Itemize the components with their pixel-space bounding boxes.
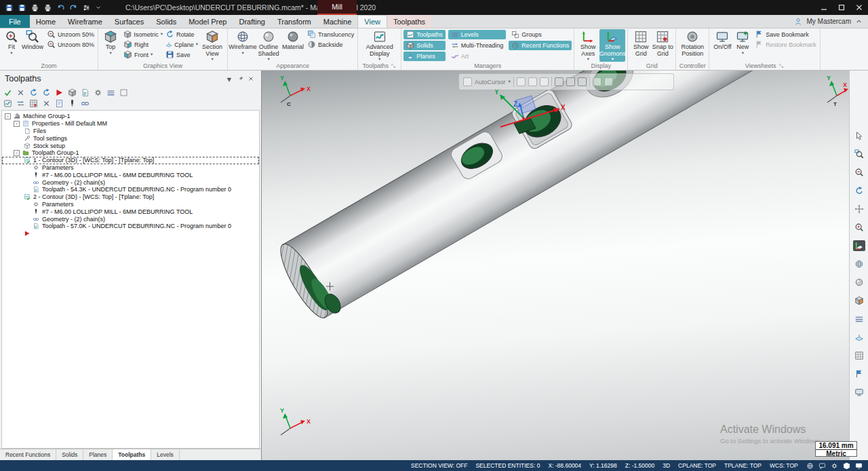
material-button[interactable]: Material — [281, 29, 304, 51]
print-preview-icon[interactable] — [43, 3, 52, 12]
panel-close-icon[interactable] — [245, 73, 256, 84]
customize-icon[interactable] — [82, 3, 91, 12]
select-none-icon[interactable] — [15, 88, 26, 97]
graphics-viewport[interactable]: Y Z X Y X C Y — [262, 71, 849, 460]
dialog-launcher-icon[interactable] — [391, 63, 397, 69]
manager-toggle-toolpaths[interactable]: Toolpaths — [403, 30, 446, 39]
globe-icon[interactable] — [806, 462, 814, 470]
autocursor-icon[interactable] — [463, 77, 472, 86]
show-grid-button[interactable]: Show Grid — [630, 29, 652, 57]
tab-solids[interactable]: Solids — [150, 15, 182, 28]
parameters-edit-icon[interactable] — [54, 98, 64, 108]
panel-tab-solids[interactable]: Solids — [56, 449, 83, 460]
tree-item[interactable]: #7 - M6.00 LOLLIPOP MILL - 6MM DEBURRING… — [2, 171, 259, 178]
bookmark-icon[interactable] — [853, 369, 865, 379]
overlay-tool-icon[interactable] — [517, 77, 526, 86]
status-item-x[interactable]: X: -88.60004 — [548, 462, 581, 469]
tree-expand-toggle[interactable]: - — [14, 121, 20, 127]
undo-icon[interactable] — [56, 3, 65, 12]
right-view-button[interactable]: Right — [122, 39, 164, 50]
toggle-rapid-icon[interactable] — [15, 98, 26, 108]
backplot-icon[interactable] — [54, 88, 64, 97]
manager-toggle-planes[interactable]: Planes — [403, 52, 446, 61]
sort-icon[interactable] — [105, 88, 116, 97]
tree-item[interactable]: Geometry - (2) chain(s) — [2, 178, 259, 186]
tree-item[interactable]: Stock setup — [2, 142, 259, 149]
cplane-button[interactable]: Cplane▾ — [164, 39, 199, 50]
overlay-tool-icon[interactable] — [604, 77, 613, 86]
panel-tab-recent-functions[interactable]: Recent Functions — [0, 449, 56, 460]
levels-panel-icon[interactable] — [853, 314, 865, 324]
cube-icon[interactable] — [843, 462, 850, 470]
panel-tab-planes[interactable]: Planes — [83, 449, 113, 460]
advanced-display-button[interactable]: Advanced Display▾ — [365, 29, 395, 62]
manager-toggle-levels[interactable]: Levels — [448, 30, 507, 39]
top-view-button[interactable]: Top▾ — [100, 29, 121, 55]
status-item-y[interactable]: Y: 1.16298 — [589, 462, 617, 469]
dialog-launcher-icon[interactable] — [778, 63, 785, 69]
selection-arrow-icon[interactable] — [853, 130, 865, 141]
zoom-window-icon[interactable] — [853, 149, 865, 159]
overlay-tool-icon[interactable] — [566, 77, 575, 86]
pan-icon[interactable] — [853, 204, 865, 214]
tree-item[interactable]: Geometry - (2) chain(s) — [2, 215, 259, 223]
status-item-z[interactable]: Z: -1.50000 — [625, 462, 654, 469]
isometric-button[interactable]: Isometric▾ — [122, 29, 164, 39]
fit-icon[interactable] — [853, 222, 865, 233]
planes-panel-icon[interactable] — [853, 332, 865, 343]
manager-toggle-recent-functions[interactable]: Recent Functions — [509, 41, 572, 50]
tree-item[interactable]: 1 - Contour (3D) - [WCS: Top] - [Tplane:… — [2, 157, 259, 164]
tree-expand-toggle[interactable]: - — [5, 113, 11, 119]
status-item-section-view[interactable]: SECTION VIEW: OFF — [411, 462, 467, 469]
select-all-icon[interactable] — [2, 88, 13, 97]
regen-selected-icon[interactable] — [28, 88, 39, 97]
post-icon[interactable] — [79, 88, 90, 97]
rotate-button[interactable]: Rotate — [164, 29, 199, 39]
tree-item[interactable]: Parameters — [2, 201, 259, 208]
viewsheet-new-button[interactable]: New▾ — [733, 29, 752, 55]
overlay-tool-icon[interactable] — [540, 77, 549, 86]
backside-button[interactable]: Backside — [306, 39, 355, 50]
tab-drafting[interactable]: Drafting — [233, 15, 271, 28]
print-icon[interactable] — [31, 3, 39, 12]
lock-icon[interactable] — [118, 88, 129, 97]
wireframe-display-icon[interactable] — [853, 259, 865, 269]
panel-menu-icon[interactable]: ▾ — [224, 73, 235, 84]
overlay-tool-icon[interactable] — [578, 77, 587, 86]
status-item-cplane[interactable]: CPLANE: TOP — [678, 462, 716, 469]
tab-transform[interactable]: Transform — [271, 15, 317, 28]
collapse-ribbon-icon[interactable] — [855, 18, 863, 25]
tree-item[interactable]: Toolpath - 54.3K - UNDERCUT DEBURRING.NC… — [2, 186, 259, 193]
tab-model-prep[interactable]: Model Prep — [182, 15, 233, 28]
save-icon[interactable] — [5, 3, 14, 12]
tree-item[interactable]: 2 - Contour (3D) - [WCS: Top] - [Tplane:… — [2, 193, 259, 201]
toolpath-insert-marker[interactable] — [2, 230, 259, 238]
gear-icon[interactable] — [831, 462, 838, 470]
manager-toggle-art[interactable]: Art — [448, 52, 507, 61]
status-item-wcs[interactable]: WCS: TOP — [770, 462, 798, 469]
manager-toggle-groups[interactable]: Groups — [509, 30, 572, 39]
tree-item[interactable]: Toolpath - 57.0K - UNDERCUT DEBURRING.NC… — [2, 223, 259, 230]
tree-item[interactable]: Files — [2, 128, 259, 135]
manager-toggle-multi-threading[interactable]: Multi-Threading — [448, 41, 507, 50]
status-item-selected-entities[interactable]: SELECTED ENTITIES: 0 — [475, 462, 540, 469]
snap-to-grid-button[interactable]: Snap to Grid — [652, 29, 673, 57]
section-view-button[interactable]: Section View▾ — [199, 29, 225, 62]
verify-icon[interactable] — [66, 88, 77, 97]
panel-tab-toolpaths[interactable]: Toolpaths — [113, 449, 151, 460]
outline-shaded-button[interactable]: Outline Shaded▾ — [256, 29, 281, 62]
gnomon-toggle-icon[interactable] — [853, 240, 865, 251]
section-view-icon[interactable] — [853, 295, 865, 306]
panel-tab-levels[interactable]: Levels — [151, 449, 180, 460]
dynamic-rotate-icon[interactable] — [853, 185, 865, 196]
tab-wireframe[interactable]: Wireframe — [62, 15, 108, 28]
overlay-tool-icon[interactable] — [555, 77, 564, 86]
monitor-icon[interactable] — [855, 462, 863, 470]
status-item-3d[interactable]: 3D — [663, 462, 670, 469]
unzoom-50-button[interactable]: Unzoom 50% — [45, 29, 96, 39]
overlay-tool-icon[interactable] — [593, 77, 601, 86]
show-gnomons-button[interactable]: Show Gnomons▾ — [599, 29, 625, 62]
chat-icon[interactable] — [818, 462, 826, 470]
minimize-button[interactable] — [815, 0, 833, 15]
show-axes-button[interactable]: Show Axes▾ — [576, 29, 599, 62]
